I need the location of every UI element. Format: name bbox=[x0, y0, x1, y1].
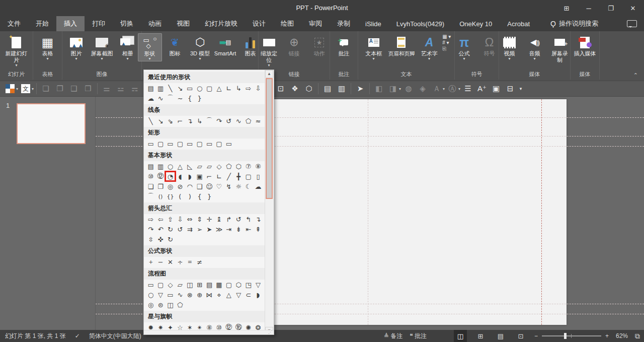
selection-pane-button[interactable]: ➤ bbox=[354, 83, 367, 95]
shape-snip-same-side-corner-rectangle[interactable]: ▢ bbox=[175, 139, 185, 148]
new-slide-button[interactable]: ✦ 新建幻灯片▾ bbox=[2, 33, 31, 68]
zoom-link-button[interactable]: 缩放定位▾ bbox=[257, 33, 281, 68]
horizontal-text-box-button[interactable]: ▤ bbox=[321, 83, 334, 95]
shape-heptagon[interactable]: ⑦ bbox=[244, 162, 253, 171]
shape-down-arrow-callout[interactable]: ⇟ bbox=[234, 225, 244, 234]
shape-minus-shape[interactable]: − bbox=[155, 257, 165, 266]
shape-chevron-arrow[interactable]: ≫ bbox=[214, 225, 224, 234]
increase-font-button[interactable]: A⁺ bbox=[475, 83, 489, 95]
shape-flowchart-display[interactable]: ⬠ bbox=[175, 300, 185, 309]
align-objects-button[interactable]: ☰ bbox=[461, 83, 474, 95]
shape-up-arrow[interactable]: ⇧ bbox=[166, 215, 175, 224]
shape-donut[interactable]: ◎ bbox=[166, 182, 175, 191]
shapes-menu-scrollbar[interactable]: ▲ ▼ bbox=[265, 70, 274, 334]
shape-flowchart-off-page-connector[interactable]: ▽ bbox=[155, 290, 165, 299]
tab-item-12[interactable]: iSlide bbox=[358, 16, 389, 31]
shape-not-equal-shape[interactable]: ≠ bbox=[195, 257, 204, 266]
shape-left-right-arrow-callout[interactable]: ⇳ bbox=[146, 235, 155, 244]
shape-trapezoid[interactable]: ▱ bbox=[204, 162, 214, 171]
shape-cross[interactable]: ╋ bbox=[234, 172, 244, 181]
shape-vertical-text-box[interactable]: ▥ bbox=[155, 84, 165, 93]
screenshot-button[interactable]: ◉+ 屏幕截图▾ bbox=[90, 33, 115, 61]
shape-flowchart-sort[interactable]: ⋄ bbox=[214, 290, 224, 299]
shape-down-arrow[interactable]: ⇩ bbox=[175, 215, 185, 224]
shape-lightning-bolt[interactable]: ↯ bbox=[224, 182, 233, 191]
shape-flowchart-sequential-access-storage[interactable]: ◎ bbox=[146, 300, 155, 309]
shape-elbow-connector[interactable]: ⌐ bbox=[175, 116, 185, 125]
shape-isoceles-triangle[interactable]: △ bbox=[214, 84, 224, 93]
video-button[interactable]: 视频▾ bbox=[498, 33, 522, 61]
shape-curved-left-arrow[interactable]: ↶ bbox=[155, 225, 165, 234]
shape-star-32-point[interactable]: ❂ bbox=[253, 323, 263, 330]
shape-flowchart-multidocument[interactable]: ▦ bbox=[214, 280, 224, 289]
shape-rounded-rectangle[interactable]: ▢ bbox=[204, 84, 214, 93]
shape-left-brace[interactable]: { bbox=[185, 94, 195, 103]
shape-line-arrow[interactable]: ↘ bbox=[175, 84, 185, 93]
shape-quad-arrow-callout[interactable]: ✜ bbox=[155, 235, 165, 244]
shape-decagon[interactable]: ⑩ bbox=[146, 172, 155, 181]
tab-item-1[interactable]: 开始 bbox=[28, 16, 56, 31]
shape-star-5-point[interactable]: ☆ bbox=[175, 323, 185, 330]
table-button[interactable]: ▦ 表格▾ bbox=[36, 33, 60, 61]
shape-pentagon-arrow[interactable]: ➤ bbox=[204, 225, 214, 234]
shape-flowchart-or[interactable]: ⊕ bbox=[195, 290, 204, 299]
language-status[interactable]: 简体中文(中国大陆) bbox=[89, 332, 141, 340]
shape-flowchart-manual-operation[interactable]: ▽ bbox=[253, 280, 263, 289]
scroll-up-button[interactable]: ▲ bbox=[265, 70, 273, 78]
align-horizontal-button[interactable]: ⚌ bbox=[100, 83, 113, 95]
shape-line[interactable]: ╲ bbox=[146, 116, 155, 125]
shape-plus-shape[interactable]: ＋ bbox=[146, 257, 155, 266]
shape-sun[interactable]: ☼ bbox=[234, 182, 244, 191]
shape-smiley-face[interactable]: ☺ bbox=[204, 182, 214, 191]
shape-plaque[interactable]: ▢ bbox=[244, 172, 253, 181]
zoom-slider-thumb[interactable] bbox=[564, 333, 567, 339]
shape-flowchart-extract[interactable]: △ bbox=[224, 290, 233, 299]
shapes-button[interactable]: ▭ ○ ◇ 形状▾ bbox=[138, 33, 162, 61]
tab-item-2[interactable]: 插入 bbox=[56, 16, 85, 31]
shape-u-turn-arrow[interactable]: ↺ bbox=[234, 215, 244, 224]
scrollbar-thumb[interactable] bbox=[266, 78, 273, 199]
slide-sorter-view-button[interactable]: ⊞ bbox=[474, 330, 487, 342]
collapse-ribbon-button[interactable]: ⌃ bbox=[633, 72, 638, 79]
shape-diagonal-stripe[interactable]: ╱ bbox=[224, 172, 233, 181]
action-button[interactable]: ★ 动作 bbox=[307, 33, 332, 58]
merge-shapes-menu-button[interactable]: ◨ bbox=[386, 83, 399, 95]
tab-item-15[interactable]: Acrobat bbox=[500, 16, 537, 31]
comments-toggle[interactable]: ❝ 批注 bbox=[410, 332, 427, 340]
shape-flowchart-delay[interactable]: ◗ bbox=[253, 290, 263, 299]
tab-item-3[interactable]: 打印 bbox=[85, 16, 113, 31]
shape-elbow-double-arrow-connector[interactable]: ↳ bbox=[195, 116, 204, 125]
minimize-button[interactable]: ─ bbox=[578, 0, 600, 16]
shape-block-arc[interactable]: ◠ bbox=[185, 182, 195, 191]
shape-round-same-side-corner-rectangle[interactable]: ▢ bbox=[214, 139, 224, 148]
shape-star-24-point[interactable]: ✺ bbox=[244, 323, 253, 330]
shape-right-brace[interactable]: } bbox=[204, 192, 214, 201]
shape-dodecagon[interactable]: ⑫ bbox=[155, 172, 165, 181]
3d-models-button[interactable]: ⬡ 3D 模型▾ bbox=[188, 33, 212, 61]
menu-resize-handle[interactable]: ⋰ bbox=[144, 330, 274, 334]
shape-isoceles-triangle[interactable]: △ bbox=[175, 162, 185, 171]
shape-elbow-connector[interactable]: ∟ bbox=[224, 84, 233, 93]
shape-flowchart-punched-tape[interactable]: ∿ bbox=[175, 290, 185, 299]
shape-line-double-arrow[interactable]: ⇘ bbox=[166, 116, 175, 125]
date-time-button[interactable]: ▦ ▾ bbox=[442, 34, 451, 39]
ribbon-display-options-button[interactable]: ⊞ bbox=[555, 0, 578, 16]
tell-me-search[interactable]: Ϙ 操作说明搜索 bbox=[550, 16, 598, 31]
shape-flowchart-predefined-process[interactable]: ◫ bbox=[185, 280, 195, 289]
shape-folded-corner[interactable]: ❑ bbox=[195, 182, 204, 191]
shape-no-symbol[interactable]: ⊘ bbox=[175, 182, 185, 191]
shape-rectangle[interactable]: ▭ bbox=[185, 84, 195, 93]
shape-left-bracket[interactable]: ( bbox=[175, 192, 185, 201]
tab-item-13[interactable]: LvyhTools(0429) bbox=[389, 16, 452, 31]
shape-text-box[interactable]: ▤ bbox=[146, 84, 155, 93]
tab-file[interactable]: 文件 bbox=[0, 16, 28, 31]
send-to-back-button[interactable]: ❒ bbox=[82, 83, 95, 95]
shape-flowchart-manual-input[interactable]: ◳ bbox=[244, 280, 253, 289]
shape-curved-double-arrow-connector[interactable]: ↺ bbox=[224, 116, 233, 125]
shape-flowchart-collate[interactable]: ⋈ bbox=[204, 290, 214, 299]
shape-parallelogram[interactable]: ▱ bbox=[195, 162, 204, 171]
text-style-button[interactable]: 文 bbox=[19, 83, 32, 95]
shape-cube[interactable]: ❏ bbox=[146, 182, 155, 191]
shape-hexagon[interactable]: ⬡ bbox=[234, 162, 244, 171]
shape-curved-down-arrow[interactable]: ↺ bbox=[175, 225, 185, 234]
